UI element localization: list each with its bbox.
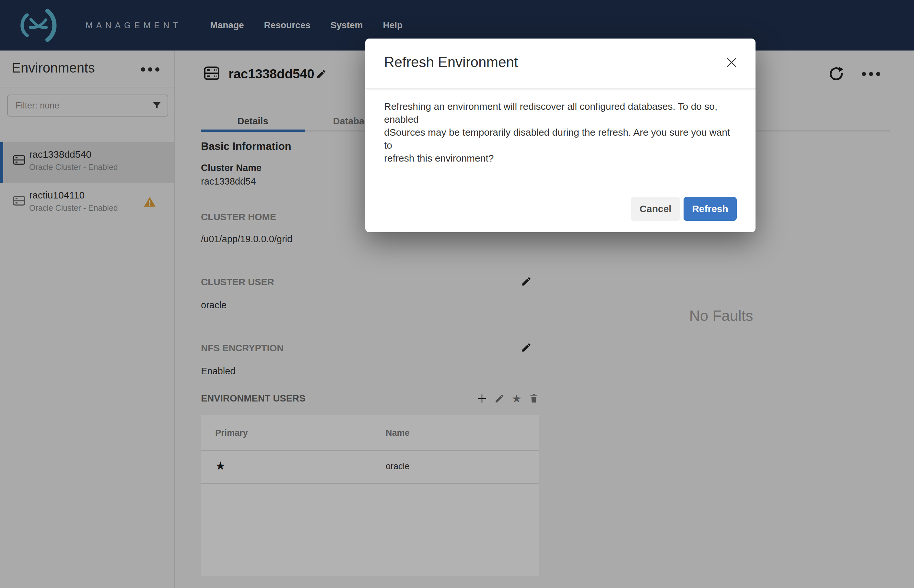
dialog-footer: Cancel Refresh (631, 197, 737, 221)
close-icon[interactable] (724, 55, 739, 69)
dialog-text-line: dSources may be temporarily disabled dur… (384, 126, 735, 152)
cancel-button[interactable]: Cancel (631, 197, 680, 221)
dialog-body: Refreshing an environment will rediscove… (365, 89, 755, 165)
app-window: MANAGEMENT Manage Resources System Help … (0, 0, 914, 588)
refresh-button[interactable]: Refresh (684, 197, 737, 221)
dialog-text-line: Refreshing an environment will rediscove… (384, 100, 735, 126)
dialog-header: Refresh Environment (365, 39, 755, 89)
dialog-title: Refresh Environment (384, 54, 518, 70)
dialog-text-line: refresh this environment? (384, 152, 735, 165)
refresh-environment-dialog: Refresh Environment Refreshing an enviro… (365, 39, 755, 232)
